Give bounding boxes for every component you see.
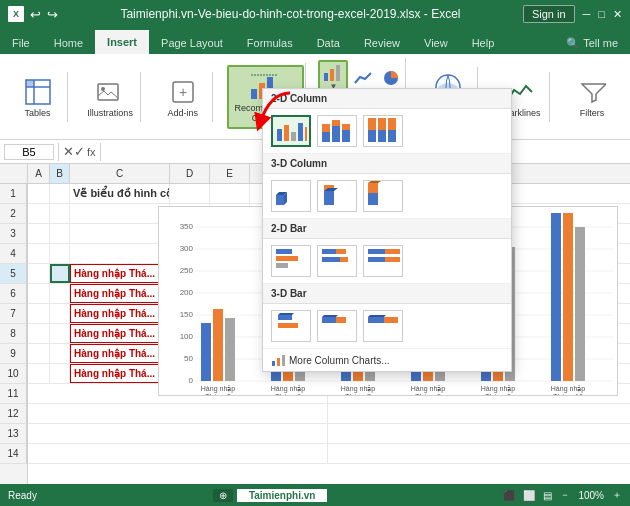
3d-stacked-column-thumb[interactable] [317, 180, 357, 212]
addins-button[interactable]: + Add-ins [163, 74, 203, 120]
tab-insert[interactable]: Insert [95, 30, 149, 54]
row-14[interactable]: 14 [0, 444, 27, 464]
view-normal[interactable]: ⬛ [503, 490, 515, 501]
tables-button[interactable]: Tables [18, 74, 58, 120]
cell-row12[interactable] [28, 404, 328, 423]
close-button[interactable]: ✕ [613, 8, 622, 21]
cell-a8[interactable] [28, 324, 50, 343]
stacked-column-thumb[interactable] [317, 115, 357, 147]
zoom-in[interactable]: ＋ [612, 488, 622, 502]
cell-row14[interactable] [28, 444, 328, 463]
clustered-bar-thumb[interactable] [271, 245, 311, 277]
tell-me-input[interactable]: 🔍 Tell me [554, 32, 630, 54]
insert-function-icon[interactable]: fx [87, 146, 96, 158]
cell-c10[interactable]: Hàng nhập Thá... [70, 364, 170, 383]
col-c[interactable]: C [70, 164, 170, 183]
row-1[interactable]: 1 [0, 184, 27, 204]
cell-e1[interactable] [210, 184, 250, 203]
more-charts-link[interactable]: More Column Charts... [263, 349, 511, 371]
cell-b2[interactable] [50, 204, 70, 223]
cell-b6[interactable] [50, 284, 70, 303]
view-preview[interactable]: ▤ [543, 490, 552, 501]
zoom-out[interactable]: － [560, 488, 570, 502]
line-chart-button[interactable] [350, 67, 376, 89]
cell-b3[interactable] [50, 224, 70, 243]
row-6[interactable]: 6 [0, 284, 27, 304]
col-e[interactable]: E [210, 164, 250, 183]
cancel-formula-icon[interactable]: ✕ [63, 144, 74, 159]
row-9[interactable]: 9 [0, 344, 27, 364]
cell-b7[interactable] [50, 304, 70, 323]
100pct-column-thumb[interactable] [363, 115, 403, 147]
cell-c7[interactable]: Hàng nhập Thá... [70, 304, 170, 323]
3d-100pct-column-thumb[interactable] [363, 180, 403, 212]
col-b[interactable]: B [50, 164, 70, 183]
sign-in-button[interactable]: Sign in [523, 5, 575, 23]
row-2[interactable]: 2 [0, 204, 27, 224]
tab-page-layout[interactable]: Page Layout [149, 32, 235, 54]
maximize-button[interactable]: □ [598, 8, 605, 20]
confirm-formula-icon[interactable]: ✓ [74, 144, 85, 159]
row-11[interactable]: 11 [0, 384, 27, 404]
tab-data[interactable]: Data [305, 32, 352, 54]
cell-b1[interactable] [50, 184, 70, 203]
cell-a3[interactable] [28, 224, 50, 243]
100pct-bar-thumb[interactable] [363, 245, 403, 277]
cell-a2[interactable] [28, 204, 50, 223]
undo-button[interactable]: ↩ [30, 7, 41, 22]
cell-c3[interactable] [70, 224, 170, 243]
3d-stacked-bar-thumb[interactable] [317, 310, 357, 342]
clustered-column-thumb[interactable] [271, 115, 311, 147]
3d-100pct-bar-thumb[interactable] [363, 310, 403, 342]
stacked-bar-thumb[interactable] [317, 245, 357, 277]
tab-view[interactable]: View [412, 32, 460, 54]
cell-a4[interactable] [28, 244, 50, 263]
view-page[interactable]: ⬜ [523, 490, 535, 501]
cell-reference[interactable] [4, 144, 54, 160]
minimize-button[interactable]: ─ [583, 8, 591, 20]
cell-c8[interactable]: Hàng nhập Thá... [70, 324, 170, 343]
cell-a1[interactable] [28, 184, 50, 203]
row-10[interactable]: 10 [0, 364, 27, 384]
cell-a7[interactable] [28, 304, 50, 323]
tab-formulas[interactable]: Formulas [235, 32, 305, 54]
cell-c2[interactable] [70, 204, 170, 223]
add-sheet-button[interactable]: ⊕ [213, 489, 233, 502]
tab-help[interactable]: Help [460, 32, 507, 54]
row-5[interactable]: 5 [0, 264, 27, 284]
col-a[interactable]: A [28, 164, 50, 183]
illustrations-button[interactable]: Illustrations [83, 74, 137, 120]
cell-b8[interactable] [50, 324, 70, 343]
cell-row13[interactable] [28, 424, 328, 443]
col-d[interactable]: D [170, 164, 210, 183]
row-7[interactable]: 7 [0, 304, 27, 324]
cell-a10[interactable] [28, 364, 50, 383]
3d-clustered-bar-thumb[interactable] [271, 310, 311, 342]
cell-c9[interactable]: Hàng nhập Thá... [70, 344, 170, 363]
cell-b5[interactable] [50, 264, 70, 283]
tab-home[interactable]: Home [42, 32, 95, 54]
tab-review[interactable]: Review [352, 32, 412, 54]
cell-a6[interactable] [28, 284, 50, 303]
row-4[interactable]: 4 [0, 244, 27, 264]
pie-chart-button[interactable] [378, 67, 404, 89]
3d-clustered-column-thumb[interactable] [271, 180, 311, 212]
cell-b4[interactable] [50, 244, 70, 263]
cell-a5[interactable] [28, 264, 50, 283]
row-8[interactable]: 8 [0, 324, 27, 344]
cell-c5[interactable]: Hàng nhập Thá... [70, 264, 170, 283]
cell-c4[interactable] [70, 244, 170, 263]
cell-b10[interactable] [50, 364, 70, 383]
tab-file[interactable]: File [0, 32, 42, 54]
cell-a9[interactable] [28, 344, 50, 363]
row-13[interactable]: 13 [0, 424, 27, 444]
cell-c1[interactable]: Vẽ biểu đồ hình cột [70, 184, 170, 203]
row-3[interactable]: 3 [0, 224, 27, 244]
cell-c6[interactable]: Hàng nhập Thá... [70, 284, 170, 303]
filters-button[interactable]: Filters [572, 74, 612, 120]
cell-d1[interactable] [170, 184, 210, 203]
sheet-tab-taimienphi[interactable]: Taimienphi.vn [237, 489, 328, 502]
row-12[interactable]: 12 [0, 404, 27, 424]
redo-button[interactable]: ↪ [47, 7, 58, 22]
cell-b9[interactable] [50, 344, 70, 363]
